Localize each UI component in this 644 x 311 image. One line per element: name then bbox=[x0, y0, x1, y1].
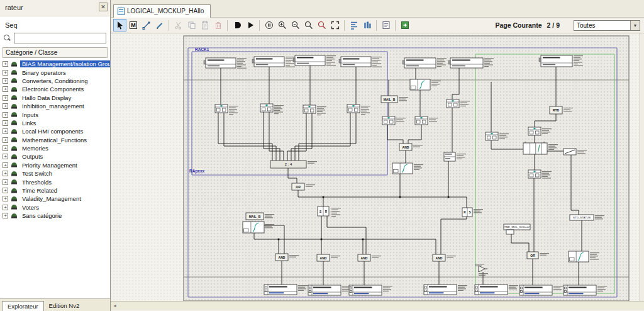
expand-plus-icon[interactable]: + bbox=[3, 103, 8, 109]
block-cell2[interactable] bbox=[486, 132, 498, 140]
block-bigio[interactable] bbox=[402, 58, 436, 68]
zoom-in-icon[interactable] bbox=[275, 19, 289, 31]
tree-item-outputs[interactable]: +Outputs bbox=[3, 152, 110, 161]
block-cell2[interactable] bbox=[382, 116, 395, 125]
expand-plus-icon[interactable]: + bbox=[3, 179, 8, 185]
tree-item-inputs[interactable]: +Inputs bbox=[3, 110, 110, 118]
expand-plus-icon[interactable]: + bbox=[3, 154, 8, 159]
tree-item-sans-cat-gorie[interactable]: +Sans catégorie bbox=[3, 212, 110, 220]
block-out[interactable] bbox=[308, 285, 341, 295]
expand-plus-icon[interactable]: + bbox=[3, 78, 8, 84]
block-gate-and[interactable]: AND bbox=[275, 254, 288, 261]
block-wide-2-4[interactable]: 2 : 4 bbox=[270, 161, 306, 168]
block-bigio[interactable] bbox=[204, 58, 236, 68]
block-bigio[interactable] bbox=[293, 55, 325, 65]
block-mux[interactable] bbox=[410, 79, 430, 90]
tab-explorateur[interactable]: Explorateur bbox=[2, 301, 44, 311]
document-tab[interactable]: LOGICAL_MOCKUP_HAllo bbox=[113, 4, 211, 18]
block-muxbig[interactable] bbox=[523, 142, 547, 154]
horizontal-scrollbar[interactable]: ◂ bbox=[111, 301, 644, 310]
tree-item-links[interactable]: +Links bbox=[3, 119, 110, 127]
expand-plus-icon[interactable]: + bbox=[3, 145, 8, 151]
tree-item-mathematical-functions[interactable]: +Mathematical_Functions bbox=[3, 136, 110, 144]
block-out[interactable] bbox=[564, 285, 596, 295]
block-gate-rtd[interactable]: RTD bbox=[550, 106, 562, 114]
block-bigio[interactable] bbox=[339, 57, 371, 67]
distribute-icon[interactable] bbox=[360, 19, 374, 31]
expand-plus-icon[interactable]: + bbox=[3, 70, 8, 76]
block-lbox-std-status[interactable]: STD_STATUS bbox=[570, 215, 594, 220]
block-sw[interactable] bbox=[564, 149, 576, 155]
block-cell2[interactable] bbox=[215, 105, 228, 113]
block-sc[interactable] bbox=[506, 230, 514, 234]
select-tool-icon[interactable] bbox=[113, 19, 126, 31]
expand-plus-icon[interactable]: + bbox=[3, 95, 8, 101]
tree-item-local-hmi-components[interactable]: +Local HMI components bbox=[3, 127, 110, 135]
tree-item-thresholds[interactable]: +Thresholds bbox=[3, 178, 110, 186]
block-out[interactable] bbox=[264, 285, 297, 295]
block-out[interactable] bbox=[424, 285, 457, 295]
expand-plus-icon[interactable]: + bbox=[3, 213, 8, 218]
close-icon[interactable]: ✕ bbox=[99, 3, 108, 11]
block-cell2[interactable] bbox=[303, 105, 316, 113]
tree-item-electronic-components[interactable]: +Electronic Components bbox=[3, 85, 110, 93]
expand-plus-icon[interactable]: + bbox=[3, 171, 8, 176]
tree-item-test-switch[interactable]: +Test Switch bbox=[3, 169, 110, 178]
pencil-tool-icon[interactable] bbox=[153, 19, 166, 31]
expand-plus-icon[interactable]: + bbox=[3, 162, 8, 168]
page-filter-dropdown[interactable]: Toutes ▼ bbox=[574, 20, 640, 31]
text-tool-icon[interactable]: M bbox=[126, 19, 140, 31]
connector-tool-icon[interactable] bbox=[140, 19, 153, 31]
block-lbox-tme-mol-souxxv[interactable]: TME_MOL_SOUxxV bbox=[504, 224, 530, 230]
block-gate-and[interactable]: AND bbox=[399, 144, 412, 150]
chevron-down-icon[interactable]: ▼ bbox=[630, 21, 640, 30]
tree-item-valadity-management[interactable]: +Valadity_Management bbox=[3, 195, 110, 203]
scroll-left-icon[interactable]: ◂ bbox=[111, 302, 119, 310]
category-column-header[interactable]: Catégorie / Classe bbox=[3, 47, 108, 58]
tree-item-memories[interactable]: +Memories bbox=[3, 144, 110, 152]
expand-plus-icon[interactable]: + bbox=[3, 61, 8, 67]
align-icon[interactable] bbox=[347, 19, 360, 31]
block-latch-r-s[interactable]: RS bbox=[462, 208, 472, 217]
search-input[interactable] bbox=[14, 33, 106, 43]
block-gate-or[interactable]: OR bbox=[527, 252, 538, 259]
tree-item-bias-management-isolation-group[interactable]: +BIAS Management/Isolation Group bbox=[3, 60, 110, 68]
tree-item-inhibition-management[interactable]: +Inhibition_management bbox=[3, 102, 110, 110]
expand-plus-icon[interactable]: + bbox=[3, 112, 8, 118]
pause-icon[interactable] bbox=[262, 19, 275, 31]
block-out[interactable] bbox=[519, 285, 552, 295]
block-cell2[interactable] bbox=[415, 116, 428, 125]
fit-screen-icon[interactable] bbox=[328, 19, 341, 31]
shape-tool-icon[interactable] bbox=[230, 19, 243, 31]
block-out[interactable] bbox=[475, 285, 508, 295]
expand-plus-icon[interactable]: + bbox=[3, 205, 8, 210]
tree-item-time-related[interactable]: +Time Related bbox=[3, 186, 110, 195]
expand-plus-icon[interactable]: + bbox=[3, 188, 8, 193]
vertical-scrollbar[interactable] bbox=[639, 33, 644, 301]
expand-plus-icon[interactable]: + bbox=[3, 86, 8, 92]
zoom-selection-icon[interactable] bbox=[315, 19, 328, 31]
expand-plus-icon[interactable]: + bbox=[3, 196, 8, 201]
block-bigio[interactable] bbox=[539, 55, 572, 67]
tree-item-binary-operators[interactable]: +Binary operators bbox=[3, 68, 110, 76]
block-out[interactable] bbox=[349, 285, 382, 295]
tree-item-priority-management[interactable]: +Priority Management bbox=[3, 161, 110, 169]
expand-plus-icon[interactable]: + bbox=[3, 137, 8, 143]
tab-edition-nv2[interactable]: Edition Nv2 bbox=[44, 301, 85, 311]
expand-plus-icon[interactable]: + bbox=[3, 120, 8, 126]
block-gate-and[interactable]: AND bbox=[433, 254, 445, 261]
logic-diagram[interactable]: ANDANDANDANDANDOROR2 : 4SRRSRTDSTD_STATU… bbox=[111, 33, 644, 301]
block-cell2[interactable] bbox=[347, 105, 360, 113]
tree-item-voters[interactable]: +Voters bbox=[3, 203, 110, 212]
tree-item-hallo-data-display[interactable]: +Hallo Data Display bbox=[3, 94, 110, 102]
block-cell2[interactable] bbox=[528, 127, 541, 135]
tree-item-converters-conditioning[interactable]: +Converters, Conditioning bbox=[3, 77, 110, 85]
zoom-minus-icon[interactable] bbox=[302, 19, 315, 31]
block-gate-and[interactable]: AND bbox=[358, 254, 370, 261]
diagram-canvas[interactable]: ANDANDANDANDANDOROR2 : 4SRRSRTDSTD_STATU… bbox=[111, 33, 644, 301]
block-mux[interactable] bbox=[392, 163, 413, 174]
block-cell2[interactable] bbox=[260, 104, 273, 112]
expand-plus-icon[interactable]: + bbox=[3, 128, 8, 134]
block-cell2[interactable] bbox=[528, 170, 541, 178]
block-mux[interactable] bbox=[243, 222, 264, 233]
